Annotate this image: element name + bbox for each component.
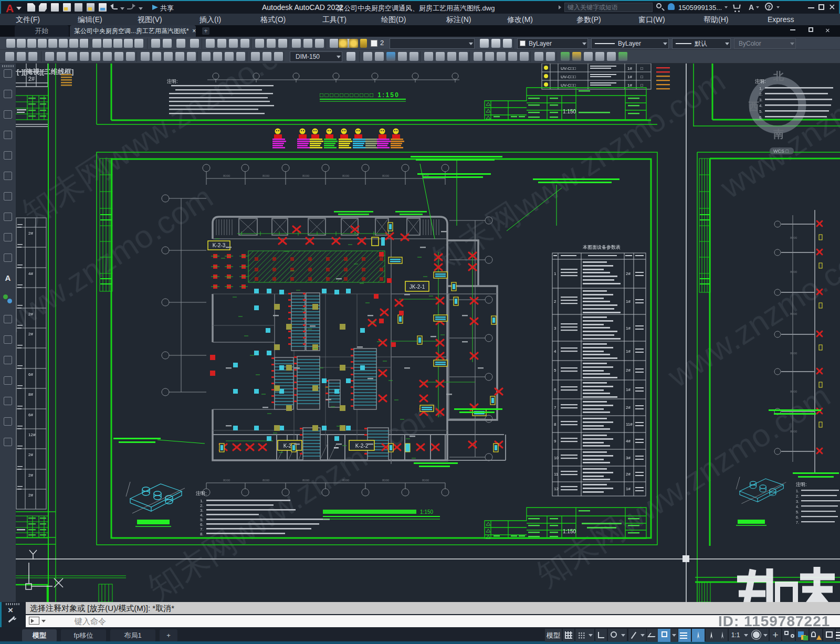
svg-text:3.: 3. xyxy=(200,508,204,513)
svg-text:7: 7 xyxy=(554,405,556,410)
svg-text:K-2-3: K-2-3 xyxy=(213,242,226,248)
svg-text:注明:: 注明: xyxy=(755,79,766,84)
svg-text:1#: 1# xyxy=(626,326,631,331)
svg-text:K-2-2: K-2-2 xyxy=(355,443,369,449)
svg-text:8000: 8000 xyxy=(302,174,310,177)
svg-text:2#: 2# xyxy=(28,332,33,336)
svg-text:4#: 4# xyxy=(626,439,631,444)
svg-text:4: 4 xyxy=(554,349,556,354)
svg-text:UV-C□□: UV-C□□ xyxy=(561,66,576,71)
svg-text:9: 9 xyxy=(554,439,556,444)
svg-text:4.: 4. xyxy=(759,103,763,108)
svg-text:4.: 4. xyxy=(796,505,799,509)
svg-text:注明:: 注明: xyxy=(167,79,178,84)
svg-text:11#: 11# xyxy=(626,422,633,427)
svg-text:2: 2 xyxy=(554,299,556,304)
svg-text:6.: 6. xyxy=(200,522,204,527)
svg-text:7.: 7. xyxy=(796,521,799,524)
svg-text:6: 6 xyxy=(554,387,556,392)
svg-text:3.: 3. xyxy=(796,500,799,503)
svg-text:1#: 1# xyxy=(627,66,632,71)
svg-text:8000: 8000 xyxy=(790,312,797,315)
svg-text:6#: 6# xyxy=(28,413,33,417)
svg-text:8000: 8000 xyxy=(382,479,390,482)
svg-text:2#: 2# xyxy=(28,76,35,82)
svg-text:2.: 2. xyxy=(796,494,799,498)
svg-text:西: 西 xyxy=(748,101,759,112)
svg-text:8#: 8# xyxy=(28,392,33,397)
svg-text:2#: 2# xyxy=(28,493,33,498)
svg-text:1.: 1. xyxy=(759,86,763,91)
svg-text:6.: 6. xyxy=(796,515,799,519)
svg-text:本图面设备参数表: 本图面设备参数表 xyxy=(583,245,621,250)
svg-text:8000: 8000 xyxy=(790,270,797,273)
svg-text:8000: 8000 xyxy=(342,479,350,482)
svg-text:1#: 1# xyxy=(626,387,631,392)
svg-text:8000: 8000 xyxy=(790,236,797,239)
svg-text:2#: 2# xyxy=(28,231,33,236)
svg-text:8.: 8. xyxy=(200,532,204,536)
svg-text:8000: 8000 xyxy=(422,479,429,482)
svg-text:2#: 2# xyxy=(28,452,33,457)
svg-text:1:150: 1:150 xyxy=(563,109,576,114)
svg-text:12: 12 xyxy=(554,487,559,491)
svg-text:□: □ xyxy=(640,83,643,88)
svg-text:南: 南 xyxy=(773,128,784,140)
svg-text:2#: 2# xyxy=(626,271,631,276)
svg-text:1.: 1. xyxy=(796,489,799,493)
svg-text:5.: 5. xyxy=(759,109,763,114)
svg-text:WCS □: WCS □ xyxy=(773,149,789,154)
svg-text:UV-C□□: UV-C□□ xyxy=(561,83,576,88)
svg-text:8000: 8000 xyxy=(790,352,797,355)
svg-text:2#: 2# xyxy=(626,405,631,410)
svg-text:□□□□□□□□□□□ 1:150: □□□□□□□□□□□ 1:150 xyxy=(320,91,398,99)
svg-text:2.: 2. xyxy=(759,92,763,97)
svg-text:5: 5 xyxy=(554,368,556,373)
svg-text:2#: 2# xyxy=(626,472,631,477)
svg-text:8000: 8000 xyxy=(262,479,270,482)
svg-text:2#: 2# xyxy=(28,473,33,478)
svg-text:8000: 8000 xyxy=(302,479,310,482)
svg-text:JK-2-1: JK-2-1 xyxy=(410,284,425,290)
svg-text:注明:: 注明: xyxy=(796,482,807,487)
svg-text:1:150: 1:150 xyxy=(563,529,576,534)
svg-text:1:150: 1:150 xyxy=(420,509,433,515)
svg-text:4#: 4# xyxy=(28,271,33,276)
svg-text:8000: 8000 xyxy=(262,174,270,177)
svg-text:8000: 8000 xyxy=(223,174,230,177)
svg-text:8000: 8000 xyxy=(223,479,230,482)
svg-text:6.: 6. xyxy=(759,115,763,120)
svg-text:12#: 12# xyxy=(28,432,36,437)
svg-text:2#: 2# xyxy=(28,312,33,316)
svg-text:注明:: 注明: xyxy=(196,491,207,496)
svg-text:2#: 2# xyxy=(626,368,631,373)
svg-text:8: 8 xyxy=(554,422,556,427)
svg-text:3#: 3# xyxy=(626,456,631,460)
svg-text:3: 3 xyxy=(554,326,556,331)
svg-text:2.: 2. xyxy=(200,503,204,508)
svg-text:6#: 6# xyxy=(28,372,33,377)
svg-text:8000: 8000 xyxy=(790,390,797,393)
svg-text:8000: 8000 xyxy=(790,430,797,433)
svg-text:□: □ xyxy=(640,75,643,79)
svg-text:1#: 1# xyxy=(627,83,632,88)
svg-text:1.: 1. xyxy=(200,499,204,503)
svg-text:1#: 1# xyxy=(627,75,632,79)
svg-text:8000: 8000 xyxy=(342,174,350,177)
svg-text:1#: 1# xyxy=(626,487,631,491)
svg-text:1: 1 xyxy=(554,271,556,276)
svg-text:11: 11 xyxy=(554,472,559,477)
svg-text:10: 10 xyxy=(554,456,559,460)
svg-text:8000: 8000 xyxy=(382,174,390,177)
svg-text:1#: 1# xyxy=(626,299,631,304)
svg-text:5.: 5. xyxy=(796,510,799,514)
svg-text:UV-C□□: UV-C□□ xyxy=(561,75,576,79)
svg-text:□: □ xyxy=(640,66,643,71)
svg-text:北: 北 xyxy=(773,70,784,82)
svg-text:7.: 7. xyxy=(200,527,204,532)
svg-text:4.: 4. xyxy=(200,513,204,518)
svg-text:1#: 1# xyxy=(626,349,631,354)
svg-text:3.: 3. xyxy=(759,98,763,102)
svg-text:5.: 5. xyxy=(200,518,204,522)
